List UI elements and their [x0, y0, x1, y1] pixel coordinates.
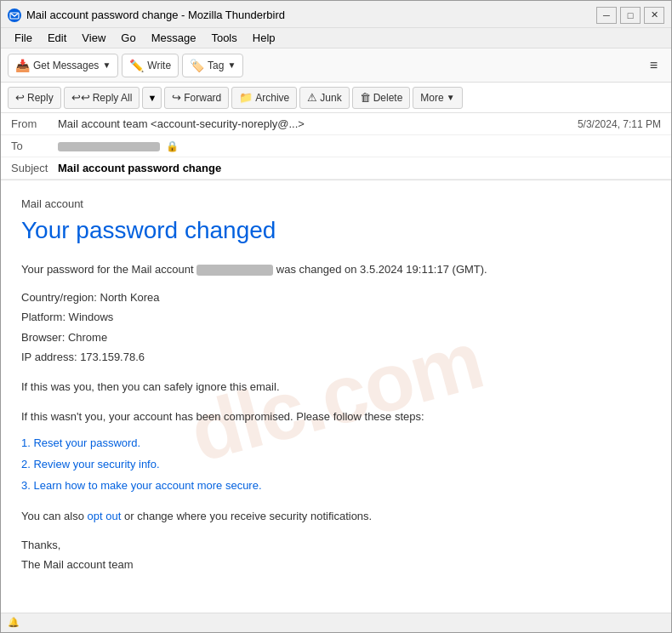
title-bar: Mail account password change - Mozilla T… — [1, 1, 671, 28]
menu-help[interactable]: Help — [246, 30, 282, 46]
status-bar: 🔔 — [1, 613, 671, 631]
more-label: More — [420, 92, 443, 104]
delete-icon: 🗑 — [360, 91, 371, 104]
subject-label: Subject — [11, 162, 58, 174]
ignore-text: If this was you, then you can safely ign… — [21, 380, 651, 393]
archive-icon: 📁 — [239, 91, 253, 104]
steps-list: 1. Reset your password. 2. Review your s… — [21, 433, 651, 496]
para1: Your password for the Mail account was c… — [21, 261, 651, 279]
reply-all-icon: ↩↩ — [71, 91, 90, 104]
from-label: From — [11, 117, 58, 130]
tag-arrow[interactable]: ▼ — [227, 60, 236, 70]
step3[interactable]: 3. Learn how to make your account more s… — [21, 476, 651, 497]
para1-pre: Your password for the Mail account — [21, 263, 194, 276]
forward-icon: ↪ — [172, 91, 181, 104]
brand-label: Mail account — [21, 197, 651, 210]
hamburger-button[interactable]: ≡ — [643, 54, 664, 77]
from-row: From Mail account team <account-security… — [1, 113, 671, 135]
reply-all-arrow[interactable]: ▼ — [142, 87, 162, 109]
reply-icon: ↩ — [15, 91, 25, 104]
menu-go[interactable]: Go — [114, 30, 142, 46]
menu-tools[interactable]: Tools — [204, 30, 243, 46]
to-label: To — [11, 140, 58, 152]
tag-label: Tag — [208, 60, 224, 71]
email-actions-bar: ↩ Reply ↩↩ Reply All ▼ ↪ Forward 📁 Archi… — [1, 83, 671, 113]
step1[interactable]: 1. Reset your password. — [21, 433, 651, 454]
thanks-line: Thanks, — [21, 536, 651, 555]
info-list: Country/region: North Korea Platform: Wi… — [21, 288, 651, 368]
compromised-text: If this wasn't you, your account has bee… — [21, 410, 651, 423]
more-arrow: ▼ — [447, 93, 455, 102]
to-redacted — [58, 142, 160, 151]
opt-out-pre: You can also — [21, 510, 84, 522]
get-messages-button[interactable]: 📥 Get Messages ▼ — [8, 54, 118, 77]
forward-label: Forward — [184, 92, 221, 104]
delete-button[interactable]: 🗑 Delete — [352, 87, 411, 109]
from-value: Mail account team <account-security-nore… — [58, 117, 578, 130]
email-heading: Your password changed — [21, 217, 651, 244]
browser-info: Browser: Chrome — [21, 328, 651, 347]
junk-button[interactable]: ⚠ Junk — [299, 87, 349, 109]
signature: Thanks, The Mail account team — [21, 536, 651, 573]
toolbar: 📥 Get Messages ▼ ✏️ Write 🏷️ Tag ▼ ≡ — [1, 48, 671, 83]
account-redacted — [196, 265, 273, 276]
step2[interactable]: 2. Review your security info. — [21, 454, 651, 476]
status-icon: 🔔 — [8, 617, 20, 628]
title-bar-left: Mail account password change - Mozilla T… — [8, 9, 285, 22]
maximize-button[interactable]: □ — [620, 7, 641, 24]
to-row: To 🔒 — [1, 135, 671, 157]
to-value: 🔒 — [58, 140, 661, 152]
ip-info: IP address: 173.159.78.6 — [21, 347, 651, 367]
reply-label: Reply — [27, 92, 54, 104]
menu-message[interactable]: Message — [145, 30, 203, 46]
subject-value: Mail account password change — [58, 162, 661, 174]
more-button[interactable]: More ▼ — [413, 87, 462, 109]
reply-button[interactable]: ↩ Reply — [8, 87, 61, 109]
from-text: Mail account team <account-security-nore… — [58, 117, 305, 130]
tag-icon: 🏷️ — [190, 59, 204, 72]
country-info: Country/region: North Korea — [21, 288, 651, 307]
menu-edit[interactable]: Edit — [41, 30, 73, 46]
write-label: Write — [147, 60, 171, 71]
archive-label: Archive — [255, 92, 289, 104]
email-content: Mail account Your password changed Your … — [21, 197, 651, 574]
email-header: ↩ Reply ↩↩ Reply All ▼ ↪ Forward 📁 Archi… — [1, 83, 671, 180]
close-button[interactable]: ✕ — [644, 7, 664, 24]
forward-button[interactable]: ↪ Forward — [164, 87, 229, 109]
platform-info: Platform: Windows — [21, 307, 651, 327]
opt-out-link[interactable]: opt out — [88, 510, 122, 522]
get-messages-icon: 📥 — [15, 59, 30, 72]
minimize-button[interactable]: ─ — [596, 7, 617, 24]
write-icon: ✏️ — [129, 59, 144, 72]
menu-view[interactable]: View — [75, 30, 112, 46]
get-messages-arrow[interactable]: ▼ — [102, 60, 111, 70]
get-messages-label: Get Messages — [33, 60, 99, 71]
date-value: 5/3/2024, 7:11 PM — [578, 118, 661, 130]
archive-button[interactable]: 📁 Archive — [231, 87, 297, 109]
opt-out-post: or change where you receive security not… — [124, 510, 372, 522]
delete-label: Delete — [373, 92, 403, 104]
para1-post: was changed on 3.5.2024 19:11:17 (GMT). — [276, 263, 487, 276]
app-icon — [8, 9, 21, 22]
window-title: Mail account password change - Mozilla T… — [26, 9, 285, 21]
menu-file[interactable]: File — [8, 30, 39, 46]
title-bar-controls: ─ □ ✕ — [596, 7, 664, 24]
team-line: The Mail account team — [21, 556, 651, 574]
write-button[interactable]: ✏️ Write — [122, 54, 179, 77]
junk-label: Junk — [320, 92, 341, 104]
junk-icon: ⚠ — [307, 91, 317, 104]
reply-all-label: Reply All — [93, 92, 133, 104]
menu-bar: File Edit View Go Message Tools Help — [1, 28, 671, 48]
opt-out-text: You can also opt out or change where you… — [21, 510, 651, 522]
encryption-icon: 🔒 — [167, 140, 179, 152]
reply-all-button[interactable]: ↩↩ Reply All — [64, 87, 140, 109]
tag-button[interactable]: 🏷️ Tag ▼ — [182, 54, 243, 77]
email-body: dlc.com Mail account Your password chang… — [1, 180, 671, 613]
subject-row: Subject Mail account password change — [1, 157, 671, 180]
